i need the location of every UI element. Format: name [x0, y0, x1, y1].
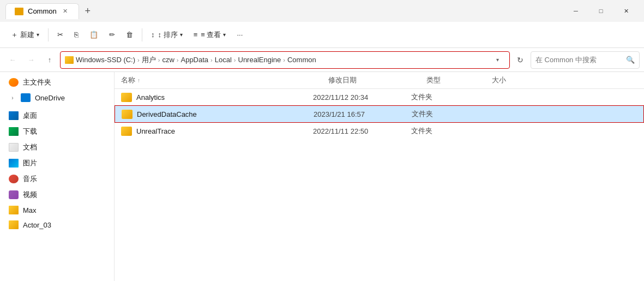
header-type[interactable]: 类型 — [426, 75, 492, 85]
sort-arrow-icon: ↑ — [137, 77, 140, 83]
file-area: 名称 ↑ 修改日期 类型 大小 Analytics 2022/11/12 20:… — [115, 72, 644, 281]
sidebar-separator — [0, 105, 114, 107]
address-arrow-3: › — [177, 57, 179, 63]
forward-button[interactable]: → — [23, 52, 39, 68]
sidebar-item-desktop-label: 桌面 — [23, 111, 37, 121]
file-type-analytics: 文件夹 — [411, 92, 477, 102]
sidebar-item-actor03[interactable]: Actor_03 — [2, 218, 112, 232]
file-type-deriveddata: 文件夹 — [412, 109, 477, 119]
separator-1 — [48, 28, 49, 41]
sidebar-item-video-label: 视频 — [23, 190, 37, 200]
copy-button[interactable]: ⎘ — [70, 27, 83, 42]
file-name-label: Analytics — [136, 93, 165, 101]
active-tab[interactable]: Common ✕ — [5, 3, 79, 19]
sort-button[interactable]: ↕ ↕ 排序 ▾ — [147, 27, 187, 43]
header-date-label: 修改日期 — [328, 76, 357, 84]
search-box: 🔍 — [531, 51, 640, 69]
sidebar-item-video[interactable]: 视频 📌 — [2, 187, 112, 202]
close-button[interactable]: ✕ — [613, 0, 639, 22]
cut-icon: ✂ — [57, 31, 63, 39]
view-label: ≡ 查看 — [201, 30, 221, 40]
header-date[interactable]: 修改日期 — [328, 75, 426, 85]
address-dropdown-button[interactable]: ▾ — [490, 52, 505, 68]
header-size[interactable]: 大小 — [492, 75, 546, 85]
address-arrow-4: › — [210, 57, 213, 63]
sidebar-item-max[interactable]: Max — [2, 203, 112, 217]
cut-button[interactable]: ✂ — [53, 27, 68, 42]
address-arrow-6: › — [283, 57, 285, 63]
header-name[interactable]: 名称 ↑ — [121, 75, 328, 85]
maximize-button[interactable]: □ — [588, 0, 613, 22]
address-part-1: Windows-SSD (C:) — [76, 56, 135, 64]
delete-icon: 🗑 — [126, 31, 133, 39]
address-part-7: Common — [287, 56, 316, 64]
new-button[interactable]: ＋ 新建 ▾ — [7, 27, 44, 43]
expand-arrow-icon: › — [9, 94, 16, 101]
folder-icon-selected — [122, 110, 133, 119]
file-date-deriveddata: 2023/1/21 16:57 — [314, 110, 412, 118]
download-icon — [9, 127, 19, 136]
sidebar-item-pictures[interactable]: 图片 📌 — [2, 156, 112, 171]
new-tab-button[interactable]: + — [79, 2, 97, 20]
sidebar-item-onedrive-label: OneDrive — [35, 94, 65, 102]
header-size-label: 大小 — [492, 76, 506, 84]
table-row[interactable]: UnrealTrace 2022/11/11 22:50 文件夹 — [115, 123, 644, 139]
address-part-5: Local — [215, 56, 232, 64]
sidebar-item-download-label: 下载 — [23, 127, 37, 136]
file-name-unrealtrace: UnrealTrace — [121, 127, 313, 136]
paste-icon: 📋 — [89, 31, 98, 39]
more-icon: ··· — [237, 31, 243, 39]
sidebar-item-home[interactable]: 主文件夹 — [2, 75, 112, 90]
search-input[interactable] — [535, 56, 624, 64]
minimize-button[interactable]: ─ — [563, 0, 588, 22]
address-part-2: 用户 — [142, 55, 156, 65]
new-chevron-icon: ▾ — [37, 32, 39, 38]
pictures-icon — [9, 159, 19, 168]
sidebar-item-onedrive[interactable]: › OneDrive — [2, 91, 112, 105]
sidebar-item-max-label: Max — [23, 206, 37, 214]
music-icon — [9, 175, 19, 183]
view-button[interactable]: ≡ ≡ 查看 ▾ — [189, 27, 231, 43]
sidebar-item-docs[interactable]: 文档 📌 — [2, 140, 112, 155]
view-icon: ≡ — [194, 31, 198, 39]
new-label: 新建 — [20, 30, 34, 40]
search-icon: 🔍 — [626, 56, 635, 64]
tab-folder-icon — [15, 8, 23, 15]
address-folder-icon — [65, 56, 74, 64]
sidebar-item-download[interactable]: 下载 📌 — [2, 124, 112, 139]
main-layout: 主文件夹 › OneDrive 桌面 📌 下载 📌 文档 📌 图片 📌 — [0, 72, 644, 281]
sort-icon: ↕ — [151, 31, 155, 39]
docs-icon — [9, 143, 19, 152]
sidebar: 主文件夹 › OneDrive 桌面 📌 下载 📌 文档 📌 图片 📌 — [0, 72, 115, 281]
max-folder-icon — [9, 206, 19, 214]
paste-button[interactable]: 📋 — [85, 27, 103, 42]
sidebar-item-home-label: 主文件夹 — [23, 77, 51, 87]
table-row[interactable]: Analytics 2022/11/12 20:34 文件夹 — [115, 89, 644, 105]
sidebar-item-pictures-label: 图片 — [23, 158, 37, 168]
rename-icon: ✏ — [109, 31, 115, 39]
sidebar-item-desktop[interactable]: 桌面 📌 — [2, 108, 112, 123]
refresh-button[interactable]: ↻ — [512, 52, 528, 68]
back-button[interactable]: ← — [4, 52, 21, 68]
window-controls: ─ □ ✕ — [563, 0, 639, 22]
video-icon — [9, 190, 19, 199]
table-row[interactable]: DerivedDataCache 2023/1/21 16:57 文件夹 — [115, 105, 644, 123]
up-button[interactable]: ↑ — [41, 52, 58, 68]
sort-label: ↕ 排序 — [158, 30, 178, 40]
more-button[interactable]: ··· — [232, 27, 247, 42]
new-icon: ＋ — [11, 30, 18, 40]
header-name-label: 名称 — [121, 75, 135, 85]
tab-close-button[interactable]: ✕ — [61, 7, 70, 16]
file-name-deriveddata: DerivedDataCache — [122, 110, 314, 119]
address-part-3: czw — [162, 56, 174, 64]
actor03-folder-icon — [9, 220, 19, 229]
rename-button[interactable]: ✏ — [105, 27, 119, 42]
address-bar[interactable]: Windows-SSD (C:) › 用户 › czw › AppData › … — [60, 51, 510, 69]
file-date-analytics: 2022/11/12 20:34 — [313, 93, 411, 101]
sidebar-item-music-label: 音乐 — [23, 174, 37, 184]
copy-icon: ⎘ — [74, 31, 79, 39]
sidebar-item-music[interactable]: 音乐 📌 — [2, 171, 112, 187]
delete-button[interactable]: 🗑 — [122, 27, 137, 42]
file-name-label: DerivedDataCache — [137, 110, 197, 118]
header-type-label: 类型 — [426, 76, 441, 84]
